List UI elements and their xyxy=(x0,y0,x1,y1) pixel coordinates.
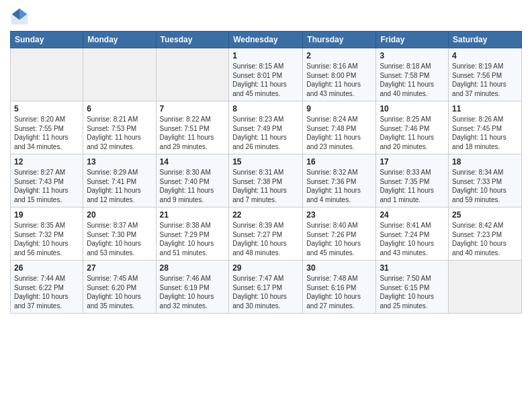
header xyxy=(10,7,522,26)
day-info: Sunrise: 8:41 AM Sunset: 7:24 PM Dayligh… xyxy=(380,221,445,257)
day-of-week-friday: Friday xyxy=(376,32,449,48)
day-info: Sunrise: 7:47 AM Sunset: 6:17 PM Dayligh… xyxy=(232,274,299,310)
day-number: 30 xyxy=(306,263,372,273)
logo xyxy=(10,7,32,26)
day-cell: 22Sunrise: 8:39 AM Sunset: 7:27 PM Dayli… xyxy=(229,208,303,261)
day-number: 31 xyxy=(380,263,445,273)
day-number: 5 xyxy=(14,104,79,113)
day-cell xyxy=(156,48,229,101)
day-number: 3 xyxy=(380,51,445,60)
day-cell: 16Sunrise: 8:32 AM Sunset: 7:36 PM Dayli… xyxy=(303,154,376,208)
day-info: Sunrise: 7:48 AM Sunset: 6:16 PM Dayligh… xyxy=(306,274,372,310)
day-number: 7 xyxy=(160,104,226,113)
day-number: 6 xyxy=(87,104,152,113)
day-cell: 28Sunrise: 7:46 AM Sunset: 6:19 PM Dayli… xyxy=(156,261,229,314)
day-number: 23 xyxy=(306,210,372,220)
day-info: Sunrise: 8:20 AM Sunset: 7:55 PM Dayligh… xyxy=(14,115,79,151)
day-info: Sunrise: 7:45 AM Sunset: 6:20 PM Dayligh… xyxy=(87,274,152,310)
day-cell xyxy=(11,48,83,101)
day-number: 18 xyxy=(452,157,518,167)
day-cell: 6Sunrise: 8:21 AM Sunset: 7:53 PM Daylig… xyxy=(83,101,156,154)
day-of-week-saturday: Saturday xyxy=(449,32,522,48)
day-cell: 8Sunrise: 8:23 AM Sunset: 7:49 PM Daylig… xyxy=(229,101,303,154)
day-info: Sunrise: 8:22 AM Sunset: 7:51 PM Dayligh… xyxy=(160,115,226,151)
day-info: Sunrise: 8:18 AM Sunset: 7:58 PM Dayligh… xyxy=(380,62,445,98)
day-cell: 10Sunrise: 8:25 AM Sunset: 7:46 PM Dayli… xyxy=(376,101,449,154)
day-cell: 15Sunrise: 8:31 AM Sunset: 7:38 PM Dayli… xyxy=(229,154,303,208)
day-number: 25 xyxy=(452,210,518,220)
day-cell: 12Sunrise: 8:27 AM Sunset: 7:43 PM Dayli… xyxy=(11,154,83,208)
day-cell: 7Sunrise: 8:22 AM Sunset: 7:51 PM Daylig… xyxy=(156,101,229,154)
day-info: Sunrise: 8:25 AM Sunset: 7:46 PM Dayligh… xyxy=(380,115,445,151)
day-info: Sunrise: 8:32 AM Sunset: 7:36 PM Dayligh… xyxy=(306,168,372,204)
day-info: Sunrise: 8:39 AM Sunset: 7:27 PM Dayligh… xyxy=(232,221,299,257)
day-cell: 1Sunrise: 8:15 AM Sunset: 8:01 PM Daylig… xyxy=(229,48,303,101)
day-info: Sunrise: 8:30 AM Sunset: 7:40 PM Dayligh… xyxy=(160,168,226,204)
day-info: Sunrise: 8:19 AM Sunset: 7:56 PM Dayligh… xyxy=(452,62,518,98)
day-number: 27 xyxy=(87,263,152,273)
day-number: 9 xyxy=(306,104,372,113)
calendar: SundayMondayTuesdayWednesdayThursdayFrid… xyxy=(10,31,522,314)
day-number: 20 xyxy=(87,210,152,220)
day-info: Sunrise: 8:26 AM Sunset: 7:45 PM Dayligh… xyxy=(452,115,518,151)
day-cell: 4Sunrise: 8:19 AM Sunset: 7:56 PM Daylig… xyxy=(449,48,522,101)
day-info: Sunrise: 8:16 AM Sunset: 8:00 PM Dayligh… xyxy=(306,62,372,98)
page: SundayMondayTuesdayWednesdayThursdayFrid… xyxy=(0,0,532,320)
day-of-week-monday: Monday xyxy=(83,32,156,48)
day-number: 29 xyxy=(232,263,299,273)
day-info: Sunrise: 8:40 AM Sunset: 7:26 PM Dayligh… xyxy=(306,221,372,257)
day-number: 1 xyxy=(232,51,299,60)
day-cell: 25Sunrise: 8:42 AM Sunset: 7:23 PM Dayli… xyxy=(449,208,522,261)
week-row-2: 5Sunrise: 8:20 AM Sunset: 7:55 PM Daylig… xyxy=(11,101,522,154)
day-info: Sunrise: 8:42 AM Sunset: 7:23 PM Dayligh… xyxy=(452,221,518,257)
day-cell: 19Sunrise: 8:35 AM Sunset: 7:32 PM Dayli… xyxy=(11,208,83,261)
day-number: 24 xyxy=(380,210,445,220)
day-cell: 18Sunrise: 8:34 AM Sunset: 7:33 PM Dayli… xyxy=(449,154,522,208)
day-of-week-sunday: Sunday xyxy=(11,32,83,48)
day-cell xyxy=(449,261,522,314)
day-of-week-tuesday: Tuesday xyxy=(156,32,229,48)
week-row-1: 1Sunrise: 8:15 AM Sunset: 8:01 PM Daylig… xyxy=(11,48,522,101)
day-cell: 27Sunrise: 7:45 AM Sunset: 6:20 PM Dayli… xyxy=(83,261,156,314)
day-cell: 2Sunrise: 8:16 AM Sunset: 8:00 PM Daylig… xyxy=(303,48,376,101)
day-info: Sunrise: 8:27 AM Sunset: 7:43 PM Dayligh… xyxy=(14,168,79,204)
logo-icon xyxy=(10,7,29,26)
day-number: 28 xyxy=(160,263,226,273)
day-number: 19 xyxy=(14,210,79,220)
week-row-3: 12Sunrise: 8:27 AM Sunset: 7:43 PM Dayli… xyxy=(11,154,522,208)
day-number: 22 xyxy=(232,210,299,220)
week-row-5: 26Sunrise: 7:44 AM Sunset: 6:22 PM Dayli… xyxy=(11,261,522,314)
day-info: Sunrise: 8:35 AM Sunset: 7:32 PM Dayligh… xyxy=(14,221,79,257)
day-info: Sunrise: 8:15 AM Sunset: 8:01 PM Dayligh… xyxy=(232,62,299,98)
day-number: 12 xyxy=(14,157,79,167)
day-number: 26 xyxy=(14,263,79,273)
day-info: Sunrise: 7:44 AM Sunset: 6:22 PM Dayligh… xyxy=(14,274,79,310)
day-cell: 20Sunrise: 8:37 AM Sunset: 7:30 PM Dayli… xyxy=(83,208,156,261)
calendar-body: 1Sunrise: 8:15 AM Sunset: 8:01 PM Daylig… xyxy=(11,48,522,314)
day-cell xyxy=(83,48,156,101)
days-of-week-row: SundayMondayTuesdayWednesdayThursdayFrid… xyxy=(11,32,522,48)
day-cell: 5Sunrise: 8:20 AM Sunset: 7:55 PM Daylig… xyxy=(11,101,83,154)
day-info: Sunrise: 8:23 AM Sunset: 7:49 PM Dayligh… xyxy=(232,115,299,151)
day-cell: 30Sunrise: 7:48 AM Sunset: 6:16 PM Dayli… xyxy=(303,261,376,314)
day-cell: 21Sunrise: 8:38 AM Sunset: 7:29 PM Dayli… xyxy=(156,208,229,261)
day-info: Sunrise: 8:31 AM Sunset: 7:38 PM Dayligh… xyxy=(232,168,299,204)
day-cell: 24Sunrise: 8:41 AM Sunset: 7:24 PM Dayli… xyxy=(376,208,449,261)
day-info: Sunrise: 7:46 AM Sunset: 6:19 PM Dayligh… xyxy=(160,274,226,310)
day-cell: 9Sunrise: 8:24 AM Sunset: 7:48 PM Daylig… xyxy=(303,101,376,154)
day-info: Sunrise: 8:33 AM Sunset: 7:35 PM Dayligh… xyxy=(380,168,445,204)
calendar-header: SundayMondayTuesdayWednesdayThursdayFrid… xyxy=(11,32,522,48)
day-info: Sunrise: 8:24 AM Sunset: 7:48 PM Dayligh… xyxy=(306,115,372,151)
day-info: Sunrise: 8:38 AM Sunset: 7:29 PM Dayligh… xyxy=(160,221,226,257)
day-number: 16 xyxy=(306,157,372,167)
day-cell: 13Sunrise: 8:29 AM Sunset: 7:41 PM Dayli… xyxy=(83,154,156,208)
day-info: Sunrise: 8:29 AM Sunset: 7:41 PM Dayligh… xyxy=(87,168,152,204)
day-number: 21 xyxy=(160,210,226,220)
day-info: Sunrise: 7:50 AM Sunset: 6:15 PM Dayligh… xyxy=(380,274,445,310)
day-cell: 3Sunrise: 8:18 AM Sunset: 7:58 PM Daylig… xyxy=(376,48,449,101)
day-of-week-wednesday: Wednesday xyxy=(229,32,303,48)
day-info: Sunrise: 8:21 AM Sunset: 7:53 PM Dayligh… xyxy=(87,115,152,151)
week-row-4: 19Sunrise: 8:35 AM Sunset: 7:32 PM Dayli… xyxy=(11,208,522,261)
day-cell: 23Sunrise: 8:40 AM Sunset: 7:26 PM Dayli… xyxy=(303,208,376,261)
day-cell: 26Sunrise: 7:44 AM Sunset: 6:22 PM Dayli… xyxy=(11,261,83,314)
